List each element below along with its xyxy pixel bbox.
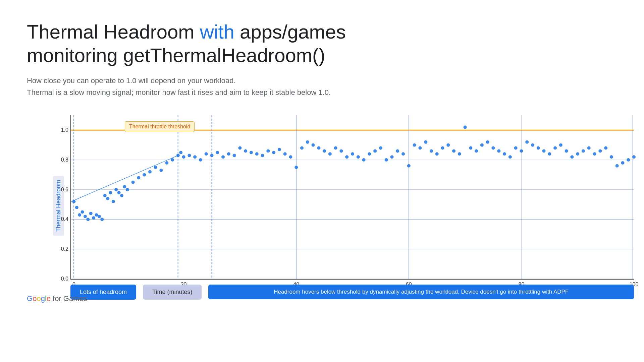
y-tick-0-8: 0.8	[61, 157, 68, 163]
svg-point-53	[227, 152, 230, 156]
g-letter2: g	[41, 294, 45, 303]
svg-point-98	[480, 143, 484, 146]
svg-point-86	[413, 143, 416, 146]
svg-point-51	[216, 150, 219, 154]
svg-point-117	[587, 146, 591, 149]
svg-point-89	[430, 149, 433, 153]
svg-point-64	[289, 155, 292, 159]
svg-point-52	[221, 155, 225, 159]
y-tick-0-0: 0.0	[61, 276, 68, 282]
svg-point-34	[126, 188, 129, 191]
svg-point-63	[283, 152, 287, 156]
svg-point-19	[84, 215, 87, 218]
google-logo: Google for Games	[27, 294, 87, 303]
svg-point-20	[86, 218, 90, 221]
google-text: Google	[27, 294, 51, 303]
svg-point-96	[469, 146, 472, 149]
svg-point-70	[323, 149, 326, 153]
svg-point-35	[131, 180, 135, 184]
svg-point-84	[401, 152, 405, 156]
svg-point-111	[553, 146, 557, 149]
svg-point-85	[407, 164, 411, 167]
svg-point-112	[559, 143, 562, 146]
svg-point-118	[593, 152, 596, 156]
page-title: Thermal Headroom with apps/games monitor…	[27, 20, 617, 67]
chart-container: Thermal Headroom	[47, 112, 637, 300]
svg-point-54	[233, 154, 236, 157]
svg-point-121	[610, 155, 613, 159]
svg-point-76	[357, 155, 360, 159]
svg-point-119	[598, 149, 602, 153]
svg-point-45	[182, 155, 185, 159]
svg-point-28	[109, 191, 112, 194]
svg-point-27	[106, 197, 109, 200]
svg-point-67	[306, 140, 309, 143]
svg-point-22	[92, 216, 95, 220]
svg-point-115	[576, 152, 579, 156]
svg-point-103	[508, 155, 512, 159]
svg-point-38	[148, 170, 152, 173]
o-letter2: o	[37, 294, 41, 303]
svg-point-75	[351, 152, 354, 156]
svg-point-102	[503, 152, 506, 156]
svg-point-36	[137, 176, 140, 179]
svg-point-79	[373, 149, 377, 153]
svg-point-29	[112, 200, 115, 203]
svg-point-50	[210, 154, 214, 157]
svg-point-69	[317, 146, 320, 149]
svg-point-55	[238, 146, 241, 149]
svg-point-58	[255, 152, 259, 156]
svg-point-30	[114, 188, 118, 191]
chart-svg	[71, 115, 634, 279]
svg-point-83	[396, 149, 399, 153]
svg-point-80	[379, 146, 382, 149]
svg-point-46	[187, 154, 191, 157]
svg-point-16	[75, 206, 78, 209]
svg-point-62	[278, 148, 281, 151]
svg-point-66	[300, 146, 304, 149]
svg-point-88	[424, 140, 427, 143]
subtitle-line2: Thermal is a slow moving signal; monitor…	[27, 86, 617, 98]
legend-container: Lots of headroom Time (minutes) Headroom…	[70, 285, 634, 300]
e-letter: e	[47, 294, 51, 303]
for-games-text: for Games	[53, 294, 87, 303]
svg-point-94	[458, 152, 461, 156]
svg-point-41	[165, 161, 168, 165]
svg-point-72	[334, 146, 337, 149]
svg-point-108	[537, 146, 540, 149]
svg-point-48	[199, 158, 202, 162]
legend-time: Time (minutes)	[143, 285, 202, 300]
svg-point-77	[362, 158, 366, 162]
svg-point-82	[390, 155, 393, 159]
svg-point-68	[312, 143, 315, 146]
svg-point-40	[159, 169, 163, 172]
main-container: Thermal Headroom with apps/games monitor…	[0, 0, 644, 313]
svg-line-14	[71, 155, 178, 201]
svg-point-101	[497, 149, 500, 153]
svg-point-91	[441, 146, 444, 149]
svg-point-100	[492, 146, 495, 149]
svg-point-17	[78, 213, 81, 217]
threshold-label: Thermal throttle threshold	[125, 121, 195, 132]
svg-point-114	[570, 155, 574, 159]
svg-point-92	[446, 143, 450, 146]
svg-point-90	[435, 152, 439, 156]
svg-point-24	[98, 215, 101, 218]
svg-point-26	[103, 194, 107, 197]
svg-point-74	[345, 155, 348, 159]
svg-point-105	[520, 149, 523, 153]
svg-point-43	[176, 154, 180, 157]
svg-point-33	[123, 185, 126, 188]
svg-point-59	[261, 154, 264, 157]
svg-point-47	[193, 155, 197, 159]
svg-point-37	[143, 173, 146, 176]
svg-point-120	[604, 146, 607, 149]
svg-point-125	[632, 155, 636, 159]
svg-point-73	[339, 149, 343, 153]
svg-point-31	[117, 191, 121, 194]
svg-point-93	[452, 149, 455, 153]
svg-point-60	[266, 149, 270, 153]
o-letter1: o	[33, 294, 37, 303]
y-tick-1-0: 1.0	[61, 127, 68, 133]
svg-point-87	[418, 146, 422, 149]
